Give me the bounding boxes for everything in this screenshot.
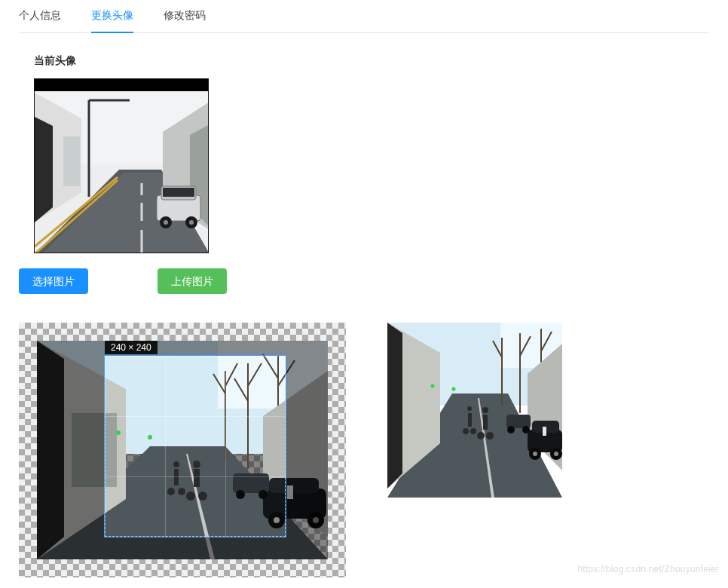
svg-point-93 [173,461,179,467]
svg-point-127 [452,387,456,391]
svg-rect-45 [287,485,293,499]
svg-point-122 [482,407,488,413]
button-row: 选择图片 上传图片 [19,268,709,294]
svg-point-120 [486,432,494,439]
svg-rect-10 [63,136,80,186]
svg-point-117 [507,426,515,433]
svg-point-85 [258,490,268,499]
svg-marker-27 [37,341,64,559]
svg-rect-92 [174,469,179,485]
svg-point-86 [186,492,195,501]
crop-box[interactable] [105,356,286,537]
svg-marker-101 [387,323,402,488]
svg-point-112 [533,452,537,456]
image-cropper-stage[interactable]: 240 × 240 [19,323,346,577]
svg-rect-77 [269,478,286,493]
svg-rect-115 [543,427,546,436]
svg-point-90 [167,488,175,495]
svg-rect-121 [483,415,488,430]
crop-size-badge: 240 × 240 [105,341,158,354]
svg-point-44 [313,517,319,523]
svg-point-124 [470,428,476,434]
svg-point-94 [148,435,152,439]
watermark-text: https://blog.csdn.net/Zhouyunfeier [577,564,719,574]
tab-change-avatar[interactable]: 更换头像 [91,8,133,33]
avatar-preview [387,323,562,498]
svg-point-79 [274,517,280,523]
svg-point-21 [189,220,194,225]
current-avatar-image [34,78,209,253]
svg-point-126 [467,406,472,411]
svg-point-119 [477,432,485,439]
svg-point-91 [178,488,185,495]
svg-point-118 [522,426,530,433]
svg-point-95 [116,430,121,435]
upload-image-button[interactable]: 上传图片 [158,268,227,294]
select-image-button[interactable]: 选择图片 [19,268,88,294]
tab-change-password[interactable]: 修改密码 [164,8,206,32]
svg-point-123 [463,428,469,434]
svg-point-128 [431,384,435,388]
svg-rect-88 [194,469,200,487]
svg-point-89 [193,461,200,468]
svg-point-87 [198,492,207,501]
svg-marker-9 [35,117,53,222]
svg-point-114 [554,452,558,456]
svg-rect-125 [468,413,472,427]
svg-rect-17 [163,188,194,197]
section-heading-current-avatar: 当前头像 [34,54,709,68]
svg-point-84 [236,490,245,499]
tabs-bar: 个人信息 更换头像 修改密码 [19,0,709,33]
svg-point-20 [164,220,168,225]
tab-profile[interactable]: 个人信息 [19,8,61,32]
